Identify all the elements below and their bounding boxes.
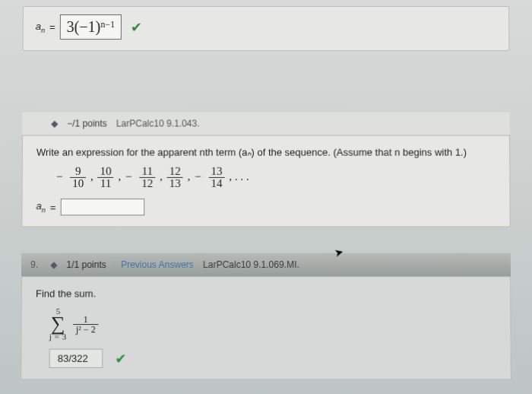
q8-sequence: − 910 , 1011 , − 1112 , 1213 , − 1314 , …	[55, 166, 496, 189]
q9-number: 9.	[30, 259, 44, 270]
frac-top: 10	[98, 166, 114, 178]
q8-prompt: Write an expression for the apparent nth…	[36, 147, 496, 158]
q9-result-row: 83/322 ✔	[49, 349, 497, 368]
equals-sign: =	[49, 21, 55, 33]
sigma-lower: j = 3	[49, 332, 67, 341]
q8-answer-input[interactable]	[61, 199, 145, 215]
frac-top: 12	[167, 166, 183, 178]
frac-top: 1	[73, 314, 99, 324]
q9-result-value: 83/322	[49, 349, 103, 368]
frac-bot: 13	[167, 178, 183, 189]
q9-sum-expression: 5 ∑ j = 3 1 j² − 2	[49, 307, 497, 342]
equals-sign: =	[50, 202, 56, 213]
fraction: 910	[70, 166, 86, 189]
q9-body: Find the sum. 5 ∑ j = 3 1 j² − 2 83/322 …	[21, 277, 511, 380]
previous-answer-panel: an = 3(−1)n−1 ✔	[23, 6, 510, 51]
answer-box: 3(−1)n−1	[60, 14, 122, 40]
q9-source: LarPCalc10 9.1.069.MI.	[203, 259, 299, 270]
sum-operand: 1 j² − 2	[71, 314, 100, 333]
separator: |	[112, 259, 115, 270]
ellipsis: , . . .	[229, 170, 249, 183]
sigma-notation: 5 ∑ j = 3	[49, 307, 67, 342]
frac-bot: 11	[98, 178, 114, 189]
fraction: 1213	[167, 166, 183, 189]
var-sub: n	[41, 26, 45, 33]
q8-input-row: an =	[36, 199, 496, 215]
neg-sign: −	[195, 170, 201, 183]
previous-answers-link[interactable]: Previous Answers	[121, 259, 194, 270]
q8-points: −/1 points	[67, 118, 107, 129]
frac-bot: 10	[70, 178, 86, 189]
fraction: 1 j² − 2	[73, 314, 99, 333]
fraction: 1314	[208, 166, 224, 189]
frac-bot: 14	[208, 178, 224, 189]
an-label: an	[36, 21, 45, 34]
fraction: 1011	[98, 166, 114, 189]
q8-body: Write an expression for the apparent nth…	[21, 136, 510, 227]
q9-header: 9. ◆ 1/1 points | Previous Answers LarPC…	[21, 253, 511, 277]
disclosure-icon[interactable]: ◆	[51, 118, 58, 129]
frac-bot: 12	[139, 178, 155, 189]
var-sub: n	[42, 206, 46, 214]
answer-exponent: n−1	[100, 19, 115, 30]
q9-prompt: Find the sum.	[36, 288, 496, 299]
frac-top: 11	[139, 166, 155, 178]
q9-points: 1/1 points	[66, 259, 106, 270]
answer-row: an = 3(−1)n−1 ✔	[36, 14, 497, 40]
neg-sign: −	[56, 170, 63, 183]
q8-header: ◆ −/1 points LarPCalc10 9.1.043.	[22, 112, 510, 135]
frac-top: 13	[208, 166, 224, 178]
fraction: 1112	[139, 166, 155, 189]
neg-sign: −	[125, 170, 132, 183]
an-label: an	[36, 200, 46, 214]
check-icon: ✔	[131, 19, 142, 36]
disclosure-icon[interactable]: ◆	[50, 259, 57, 270]
frac-bot: j² − 2	[73, 325, 99, 334]
answer-base: 3(−1)	[67, 18, 101, 35]
check-icon: ✔	[115, 350, 126, 367]
frac-top: 9	[70, 166, 86, 178]
q8-source: LarPCalc10 9.1.043.	[116, 118, 200, 129]
